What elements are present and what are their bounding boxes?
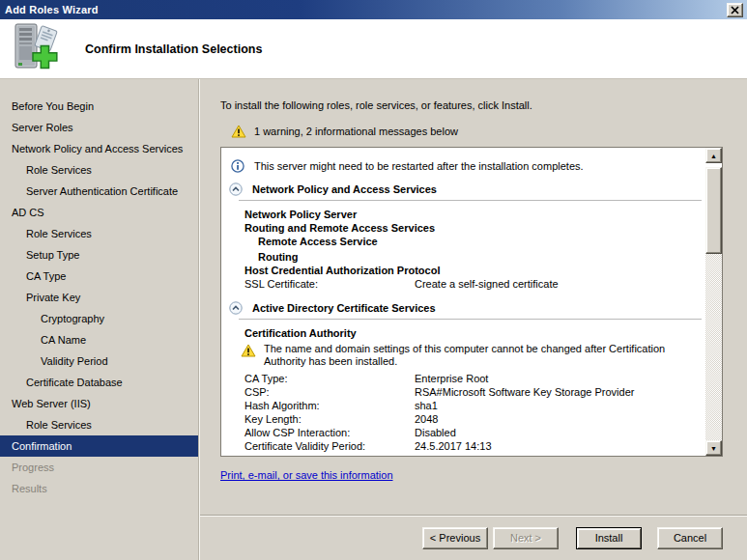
sidebar-item-ad-cs: AD CS	[0, 202, 198, 223]
restart-info-message: This server might need to be restarted a…	[231, 157, 702, 175]
ca-detail-value: Disabled	[415, 426, 456, 439]
warning-triangle-icon	[241, 344, 256, 357]
sidebar-item-before-you-begin: Before You Begin	[0, 96, 198, 117]
warning-triangle-icon	[231, 125, 246, 138]
messages-summary: 1 warning, 2 informational messages belo…	[231, 124, 723, 139]
scrollbar-thumb[interactable]	[705, 167, 722, 254]
role-service-item: Remote Access Service	[229, 235, 702, 248]
sidebar-item-ca-type: CA Type	[0, 266, 198, 287]
wizard-body: Before You Begin Server Roles Network Po…	[0, 79, 747, 560]
section-divider	[239, 200, 702, 201]
chevron-up-icon	[229, 182, 243, 196]
certification-authority-heading: Certification Authority	[229, 326, 702, 340]
sidebar-item-role-services-adcs: Role Services	[0, 223, 198, 244]
ca-detail-label: Key Length:	[244, 412, 415, 426]
ca-detail-value: Enterprise Root	[415, 372, 488, 385]
ca-detail-value: RSA#Microsoft Software Key Storage Provi…	[415, 385, 634, 399]
ssl-certificate-row: SSL Certificate: Create a self-signed ce…	[229, 277, 702, 291]
page-title: Confirm Installation Selections	[85, 42, 262, 56]
title-bar: Add Roles Wizard	[0, 0, 747, 19]
next-button: Next >	[493, 527, 559, 549]
ca-detail-label: Certificate Validity Period:	[244, 439, 415, 453]
sidebar-item-certificate-database: Certificate Database	[0, 372, 198, 393]
role-service-item: Host Credential Authorization Protocol	[229, 264, 702, 277]
section-title-npas: Network Policy and Access Services	[252, 183, 437, 195]
section-header-npas: Network Policy and Access Services	[229, 182, 702, 196]
scroll-up-button[interactable]: ▲	[705, 148, 722, 163]
ca-detail-row: CA Type: Enterprise Root	[229, 372, 702, 385]
sidebar-item-cryptography: Cryptography	[0, 308, 198, 329]
ca-detail-label: Distinguished name:	[244, 453, 415, 456]
add-roles-server-icon	[9, 23, 61, 75]
sidebar-item-validity-period: Validity Period	[0, 350, 198, 372]
section-header-adcs: Active Directory Certificate Services	[229, 301, 702, 315]
previous-button[interactable]: < Previous	[422, 527, 488, 549]
installation-summary-content: This server might need to be restarted a…	[221, 148, 705, 456]
ca-detail-label: Hash Algorithm:	[244, 399, 415, 412]
info-circle-icon	[231, 159, 244, 173]
install-button[interactable]: Install	[576, 527, 642, 549]
ca-detail-row: Allow CSP Interaction: Disabled	[229, 426, 702, 439]
chevron-up-icon	[229, 301, 243, 315]
sidebar-item-ca-name: CA Name	[0, 329, 198, 350]
confirmation-page: To install the following roles, role ser…	[199, 79, 747, 560]
role-service-item: Routing and Remote Access Services	[229, 221, 702, 235]
role-service-item: Routing	[229, 250, 702, 264]
ssl-certificate-value: Create a self-signed certificate	[415, 277, 559, 291]
sidebar-item-npas: Network Policy and Access Services	[0, 138, 198, 159]
add-roles-wizard-window: Add Roles Wizard Conf	[0, 0, 747, 560]
scroll-up-icon: ▲	[710, 153, 717, 159]
ca-detail-value: 24.5.2017 14:13	[415, 439, 492, 453]
wizard-steps-sidebar: Before You Begin Server Roles Network Po…	[0, 79, 199, 560]
ca-detail-value: sha1	[415, 399, 438, 412]
sidebar-item-web-server-iis: Web Server (IIS)	[0, 393, 198, 414]
cancel-button[interactable]: Cancel	[657, 527, 723, 549]
print-email-save-link[interactable]: Print, e-mail, or save this information	[220, 469, 393, 481]
sidebar-item-role-services-iis: Role Services	[0, 414, 198, 435]
wizard-header: Confirm Installation Selections	[0, 19, 747, 79]
scroll-down-icon: ▼	[710, 445, 717, 452]
ca-warning-message: The name and domain settings of this com…	[229, 343, 702, 368]
scrollbar-track[interactable]	[705, 254, 722, 440]
sidebar-item-confirmation: Confirmation	[0, 435, 198, 457]
role-service-item: Network Policy Server	[229, 208, 702, 221]
ca-warning-text: The name and domain settings of this com…	[264, 343, 702, 368]
ca-detail-row: CSP: RSA#Microsoft Software Key Storage …	[229, 385, 702, 399]
sidebar-item-role-services-npas: Role Services	[0, 159, 198, 181]
scroll-down-button[interactable]: ▼	[705, 440, 722, 456]
messages-summary-text: 1 warning, 2 informational messages belo…	[254, 126, 458, 137]
intro-text: To install the following roles, role ser…	[220, 99, 723, 111]
wizard-footer: < Previous Next > Install Cancel	[200, 515, 747, 560]
sidebar-item-server-auth-certificate: Server Authentication Certificate	[0, 181, 198, 202]
sidebar-item-private-key: Private Key	[0, 287, 198, 308]
ssl-certificate-label: SSL Certificate:	[244, 277, 415, 291]
window-title: Add Roles Wizard	[5, 4, 727, 15]
sidebar-item-progress: Progress	[0, 457, 198, 478]
ca-detail-label: CA Type:	[244, 372, 415, 385]
ca-detail-label: CSP:	[244, 385, 415, 399]
collapse-adcs-button[interactable]	[229, 301, 243, 315]
sidebar-item-server-roles: Server Roles	[0, 117, 198, 138]
ca-detail-value: CN=radius-RADIUSDC-CA,DC=radius,DC=local	[415, 453, 643, 456]
close-button[interactable]	[727, 3, 743, 17]
ca-detail-label: Allow CSP Interaction:	[244, 426, 415, 439]
ca-detail-row: Hash Algorithm: sha1	[229, 399, 702, 412]
close-icon	[731, 6, 739, 14]
installation-summary-box: This server might need to be restarted a…	[220, 147, 723, 457]
ca-detail-value: 2048	[415, 412, 438, 426]
summary-scrollbar: ▲ ▼	[705, 148, 722, 456]
ca-detail-row: Distinguished name: CN=radius-RADIUSDC-C…	[229, 453, 702, 456]
collapse-npas-button[interactable]	[229, 182, 243, 196]
ca-detail-row: Key Length: 2048	[229, 412, 702, 426]
section-title-adcs: Active Directory Certificate Services	[252, 302, 436, 314]
restart-info-text: This server might need to be restarted a…	[254, 160, 584, 172]
section-divider	[239, 319, 702, 320]
ca-detail-row: Certificate Validity Period: 24.5.2017 1…	[229, 439, 702, 453]
sidebar-item-results: Results	[0, 478, 198, 499]
sidebar-item-setup-type: Setup Type	[0, 244, 198, 266]
